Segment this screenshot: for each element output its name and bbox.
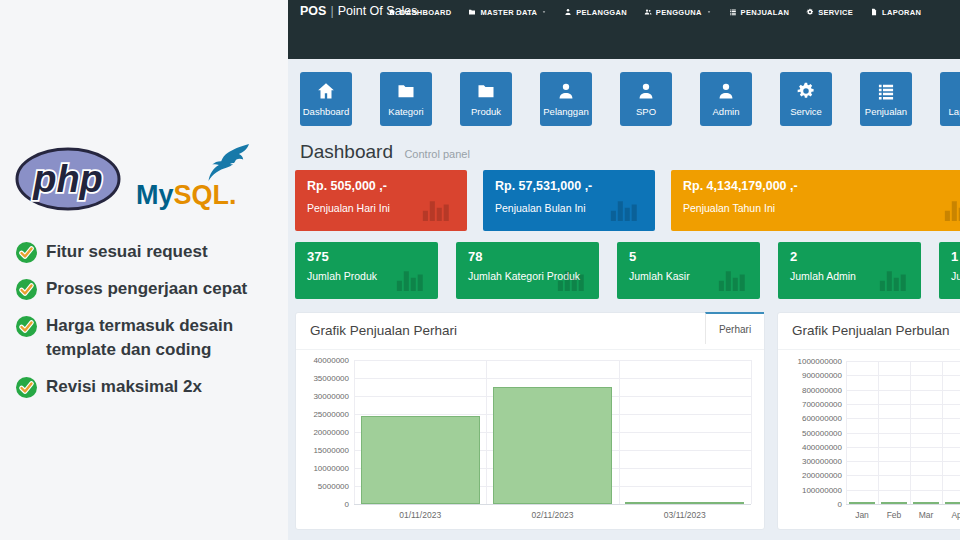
y-tick-label: 100000000: [782, 486, 842, 495]
count-label: Jumlah Produk: [307, 270, 377, 282]
feature-text: Revisi maksimal 2x: [46, 377, 202, 396]
panel-header: Grafik Penjualan Perbulan: [778, 313, 960, 350]
brand-bold: POS: [300, 4, 326, 18]
list-icon: [729, 8, 737, 16]
x-gridline: [486, 360, 487, 504]
y-tick-label: 10000000: [289, 464, 349, 473]
feature-item-revisi-maksimal-2x: Revisi maksimal 2x: [16, 375, 272, 399]
gear-icon: [806, 8, 814, 16]
stat-label: Penjualan Hari Ini: [307, 202, 390, 214]
y-gridline: [354, 360, 751, 361]
mysql-dolphin-icon: [200, 142, 252, 184]
shortcut-penjualan[interactable]: Penjualan: [860, 72, 912, 126]
page-header: Dashboard Control panel: [300, 141, 470, 163]
y-tick-label: 500000000: [782, 429, 842, 438]
count-value: 5: [629, 249, 636, 264]
shortcut-label: Laporan: [949, 106, 960, 117]
shortcut-spo[interactable]: SPO: [620, 72, 672, 126]
stat-card-penjualan-tahun-ini: Rp. 4,134,179,000 ,-Penjualan Tahun Ini: [671, 170, 960, 231]
gear-icon: [796, 81, 816, 101]
shortcut-label: Penjualan: [865, 106, 907, 117]
feature-text: Proses pengerjaan cepat: [46, 279, 247, 298]
mysql-my: My: [136, 180, 174, 210]
x-tick-label: 01/11/2023: [354, 510, 486, 520]
user-icon: [564, 8, 572, 16]
nav-menu: DASHBOARDMASTER DATAPELANGGANPENGGUNAPEN…: [388, 0, 921, 24]
stat-value: Rp. 4,134,179,000 ,-: [683, 179, 798, 193]
mysql-sql: SQL: [174, 180, 230, 210]
x-gridline: [751, 360, 752, 504]
nav-item-pengguna[interactable]: PENGGUNA: [644, 8, 712, 17]
nav-item-laporan[interactable]: LAPORAN: [870, 8, 921, 17]
x-tick-label: 03/11/2023: [619, 510, 751, 520]
count-card-jumlah-admin: 2Jumlah Admin: [778, 242, 921, 299]
y-tick-label: 800000000: [782, 386, 842, 395]
daily-sales-panel: Grafik Penjualan Perhari Perhari 4000000…: [295, 312, 765, 530]
x-gridline: [910, 361, 911, 504]
tab-perhari[interactable]: Perhari: [705, 312, 764, 344]
check-icon: [16, 242, 37, 263]
daily-sales-chart: 4000000035000000300000002500000020000000…: [296, 349, 764, 529]
check-icon: [16, 316, 37, 337]
stat-label: Penjualan Bulan Ini: [495, 202, 586, 214]
y-tick-label: 0: [289, 500, 349, 509]
stat-label: Penjualan Tahun Ini: [683, 202, 775, 214]
y-tick-label: 300000000: [782, 457, 842, 466]
php-logo-label: php: [32, 158, 103, 200]
count-card-jumlah-kasir: 5Jumlah Kasir: [617, 242, 760, 299]
nav-item-service[interactable]: SERVICE: [806, 8, 853, 17]
x-tick-label: 02/11/2023: [486, 510, 618, 520]
shortcut-label: SPO: [636, 106, 656, 117]
top-navbar: POS|Point Of Sales DASHBOARDMASTER DATAP…: [288, 0, 960, 59]
shortcut-label: Service: [790, 106, 822, 117]
nav-item-pelanggan[interactable]: PELANGGAN: [564, 8, 627, 17]
home-icon: [316, 81, 336, 101]
shortcut-label: Dashboard: [303, 106, 349, 117]
shortcut-row: DashboardKategoriProdukPelangganSPOAdmin…: [300, 72, 960, 126]
shortcut-label: Produk: [471, 106, 501, 117]
folder-icon: [468, 8, 476, 16]
count-value: 1: [951, 249, 958, 264]
shortcut-kategori[interactable]: Kategori: [380, 72, 432, 126]
nav-item-label: LAPORAN: [882, 8, 921, 17]
chart-bar: [913, 502, 939, 504]
chart-bar: [625, 502, 744, 504]
nav-item-label: PELANGGAN: [576, 8, 627, 17]
y-tick-label: 700000000: [782, 400, 842, 409]
x-gridline: [354, 360, 355, 504]
nav-item-dashboard[interactable]: DASHBOARD: [388, 8, 451, 17]
nav-item-label: PENGGUNA: [656, 8, 702, 17]
nav-item-penjualan[interactable]: PENJUALAN: [729, 8, 790, 17]
shortcut-produk[interactable]: Produk: [460, 72, 512, 126]
x-gridline: [878, 361, 879, 504]
bars-icon: [605, 189, 645, 223]
nav-item-master-data[interactable]: MASTER DATA: [468, 8, 547, 17]
pos-app: POS|Point Of Sales DASHBOARDMASTER DATAP…: [288, 0, 960, 540]
chart-bar: [361, 416, 480, 504]
shortcut-dashboard[interactable]: Dashboard: [300, 72, 352, 126]
y-tick-label: 35000000: [289, 374, 349, 383]
stat-value: Rp. 57,531,000 ,-: [495, 179, 592, 193]
monthly-chart-title: Grafik Penjualan Perbulan: [792, 323, 950, 338]
y-tick-label: 200000000: [782, 471, 842, 480]
mysql-logo: MySQL.: [130, 144, 270, 212]
caret-icon: [541, 9, 547, 15]
file-icon: [870, 8, 878, 16]
nav-item-label: PENJUALAN: [741, 8, 790, 17]
count-card-jum: 1Jum: [939, 242, 960, 299]
feature-list: Fitur sesuai requestProses pengerjaan ce…: [16, 240, 272, 412]
shortcut-pelanggan[interactable]: Pelanggan: [540, 72, 592, 126]
stat-card-penjualan-bulan-ini: Rp. 57,531,000 ,-Penjualan Bulan Ini: [483, 170, 655, 231]
count-value: 2: [790, 249, 797, 264]
file-icon: [956, 81, 960, 101]
folder-icon: [476, 81, 496, 101]
shortcut-service[interactable]: Service: [780, 72, 832, 126]
shortcut-laporan[interactable]: Laporan: [940, 72, 960, 126]
feature-item-harga-termasuk-desai: Harga termasuk desain template dan codin…: [16, 314, 272, 362]
bars-icon: [939, 189, 960, 223]
bars-icon: [417, 189, 457, 223]
user-icon: [556, 81, 576, 101]
feature-item-proses-pengerjaan-ce: Proses pengerjaan cepat: [16, 277, 272, 301]
monthly-sales-panel: Grafik Penjualan Perbulan 10000000009000…: [777, 312, 960, 530]
shortcut-admin[interactable]: Admin: [700, 72, 752, 126]
